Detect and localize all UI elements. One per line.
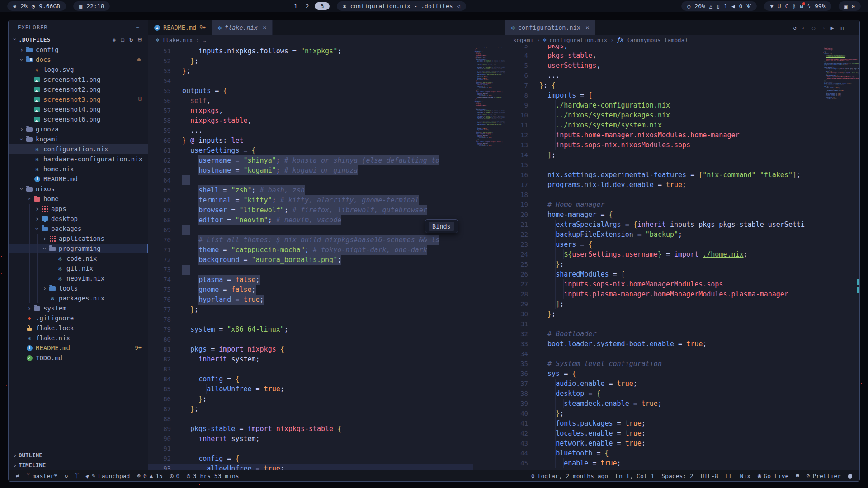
quick-status-pill[interactable]: ○20%△▯1◀0Ѱ — [681, 1, 757, 11]
run-icon[interactable]: ▶ — [831, 24, 835, 31]
radio-tower-icon[interactable]: ◎ — [170, 473, 174, 479]
sync-icon[interactable]: ↻ — [65, 473, 68, 479]
tab-configuration-nix[interactable]: ✻configuration.nix× — [505, 20, 595, 35]
outline-section[interactable]: OUTLINE — [9, 450, 148, 460]
tree-item-configuration-nix[interactable]: ✻configuration.nix — [9, 144, 148, 154]
pin-icon[interactable]: ◁ — [457, 4, 460, 9]
tree-item-docs[interactable]: docs — [9, 55, 148, 65]
tree-item-system[interactable]: system — [9, 303, 148, 313]
remote-button[interactable]: ⇄ — [12, 470, 23, 481]
close-icon[interactable]: × — [263, 24, 266, 31]
bell-icon[interactable] — [848, 474, 852, 478]
tree-item-hardware-configuration-nix[interactable]: ✻hardware-configuration.nix — [9, 154, 148, 164]
new-file-icon[interactable]: ✚ — [113, 36, 116, 43]
tree-item-flake-lock[interactable]: flake.lock — [9, 323, 148, 333]
window-title-pill[interactable]: ✱configuration.nix - .dotfiles◁ — [337, 1, 466, 11]
new-folder-icon[interactable]: ❏ — [121, 36, 125, 43]
brightness-icon[interactable]: ○ — [687, 4, 690, 9]
breadcrumb-item[interactable]: flake.nix — [162, 37, 193, 43]
refresh-icon[interactable]: ↻ — [129, 36, 133, 43]
clock-icon[interactable]: ◷ — [187, 473, 190, 479]
notifications-button[interactable] — [844, 470, 856, 481]
bluetooth-icon[interactable]: ᛒ — [793, 4, 796, 9]
nav-back-icon[interactable]: ← — [802, 24, 806, 31]
plug-icon[interactable]: ϟ — [807, 4, 811, 9]
pen-icon[interactable]: ✎ — [92, 473, 95, 479]
tree-item-readme-md[interactable]: iREADME.md — [9, 174, 148, 184]
minimap[interactable]: pkgs, pkgs-stable, userSettings, ...}: {… — [821, 45, 859, 470]
workspace-3[interactable]: 3 — [315, 2, 330, 10]
clock-pill[interactable]: ▦22:18 — [73, 1, 110, 11]
launchpad-button[interactable]: ▶✎Launchpad — [82, 470, 134, 481]
tree-item-readme-md[interactable]: iREADME.md9+ — [9, 343, 148, 353]
timeline-section[interactable]: TIMELINE — [9, 460, 148, 470]
tree-item-screenshot4-png[interactable]: screenshot4.png — [9, 104, 148, 114]
prettier-button[interactable]: ⊘Prettier — [803, 470, 844, 481]
tree-item-logo-svg[interactable]: ✳logo.svg — [9, 65, 148, 75]
rocket-icon[interactable]: ▶ — [85, 473, 91, 479]
git-graph-icon[interactable]: ᛉ — [75, 473, 79, 479]
remote-icon[interactable]: ⇄ — [16, 473, 19, 479]
next-change-icon[interactable]: → — [821, 24, 825, 31]
error-icon[interactable]: ⊗ — [137, 473, 141, 479]
more-icon[interactable]: ⋯ — [849, 24, 853, 31]
coding-time-button[interactable]: ◷3 hrs 53 mins — [183, 470, 242, 481]
history-icon[interactable]: ↺ — [793, 24, 797, 31]
tree-item-kogami[interactable]: kogami — [9, 134, 148, 144]
problems-button[interactable]: ⊗0▲15 — [133, 470, 166, 481]
tray-pill[interactable]: ▼UCᛒωϟ99% — [764, 1, 831, 11]
cpu-icon[interactable]: ⊕ — [13, 4, 16, 9]
go-live-button[interactable]: ◉Go Live — [754, 470, 792, 481]
mic-icon[interactable]: Ѱ — [746, 4, 751, 9]
battery-icon[interactable]: ▯ — [717, 4, 720, 9]
encoding[interactable]: UTF-8 — [697, 470, 722, 481]
collapse-icon[interactable]: ⊟ — [138, 36, 142, 43]
breadcrumb-item[interactable]: (anonymous lambda) — [627, 37, 688, 43]
breadcrumb-item[interactable]: … — [203, 37, 206, 43]
memory-icon[interactable]: ◔ — [32, 4, 35, 9]
breadcrumb-item[interactable]: configuration.nix — [549, 37, 607, 43]
minimap[interactable]: inputs.nixpkgs.follows = "nixpkgs"; };};… — [473, 45, 505, 470]
eol-sequence[interactable]: LF — [722, 470, 736, 481]
git-branch-button[interactable]: ᛘmaster* — [23, 470, 61, 481]
prettier-icon[interactable]: ⊘ — [807, 473, 810, 479]
cursor-position[interactable]: Ln 1, Col 1 — [612, 470, 658, 481]
clipboard-icon[interactable]: ▣ — [844, 4, 848, 9]
indentation[interactable]: Spaces: 2 — [658, 470, 697, 481]
more-icon[interactable]: ⋯ — [495, 24, 499, 31]
warning-icon[interactable]: ▲ — [150, 473, 153, 479]
broadcast-icon[interactable]: ◉ — [758, 473, 761, 479]
prev-change-icon[interactable]: ○ — [812, 24, 816, 31]
more-actions-icon[interactable]: ⋯ — [136, 24, 140, 31]
tree-item-flake-nix[interactable]: ✻flake.nix — [9, 333, 148, 343]
git-blame-item[interactable]: ϕfoglar, 2 months ago — [528, 470, 612, 481]
workspace-1[interactable]: 1 — [291, 3, 300, 9]
tree-item-screenshot6-png[interactable]: screenshot6.png — [9, 114, 148, 124]
tree-item-gitignore[interactable]: ◆.gitignore — [9, 313, 148, 323]
wifi-icon[interactable]: △ — [709, 4, 712, 9]
volume-muted-icon[interactable]: ◀ — [731, 4, 735, 9]
ports-button[interactable]: ◎0 — [166, 470, 183, 481]
language-mode[interactable]: Nix — [736, 470, 754, 481]
tree-item-home-nix[interactable]: ✻home.nix — [9, 164, 148, 174]
tree-item-screenshot3-png[interactable]: screenshot3.pngU — [9, 94, 148, 104]
tab-flake-nix[interactable]: ✻flake.nix× — [212, 20, 273, 35]
split-editor-icon[interactable]: ◫ — [840, 24, 844, 31]
tree-item-todo-md[interactable]: ✓TODO.md — [9, 353, 148, 363]
breadcrumb-item[interactable]: kogami — [513, 37, 533, 43]
workspace-root-row[interactable]: .DOTFILES ✚❏↻⊟ — [9, 34, 148, 45]
tab-readme-md[interactable]: iREADME.md9+ — [148, 20, 212, 35]
github-button[interactable]: ☻ — [792, 470, 803, 481]
git-graph-button[interactable]: ᛉ — [71, 470, 82, 481]
tree-item-screenshot1-png[interactable]: screenshot1.png — [9, 75, 148, 84]
session-pill[interactable]: ▣ʘ — [839, 1, 861, 11]
tree-item-screenshot2-png[interactable]: screenshot2.png — [9, 84, 148, 94]
person-icon[interactable]: ϕ — [531, 473, 535, 479]
branch-icon[interactable]: ᛘ — [27, 473, 30, 479]
git-sync-button[interactable]: ↻ — [61, 470, 72, 481]
kitty-tray-icon[interactable]: ω — [800, 4, 803, 9]
tree-item-nixos[interactable]: nixos — [9, 184, 148, 194]
workspace-2[interactable]: 2 — [303, 3, 312, 9]
calendar-icon[interactable]: ▦ — [79, 4, 82, 9]
tree-item-home[interactable]: home — [9, 194, 148, 204]
